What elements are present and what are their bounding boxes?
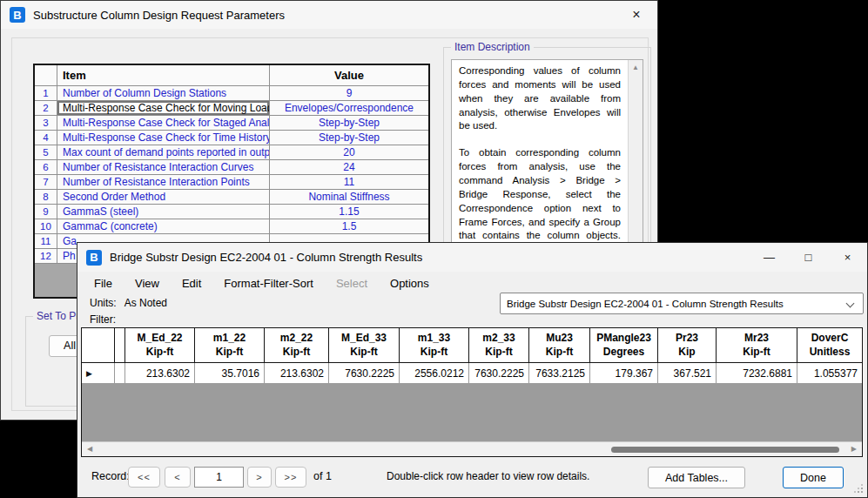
results-title: Bridge Substr Design EC2-2004 01 - Colum… bbox=[110, 251, 422, 264]
value-cell[interactable]: Nominal Stiffness bbox=[270, 190, 428, 204]
grid-cell[interactable]: 213.6302 bbox=[125, 363, 195, 383]
app-icon: B bbox=[10, 7, 25, 23]
column-unit: Degrees bbox=[603, 346, 644, 360]
grid-data-row: ▶ 213.6302 35.7016 213.6302 7630.2225 25… bbox=[82, 363, 862, 383]
value-cell[interactable]: 20 bbox=[270, 145, 428, 159]
table-row: 6 Number of Resistance Interaction Curve… bbox=[35, 159, 428, 174]
value-cell[interactable]: Step-by-Step bbox=[270, 131, 428, 145]
table-row: 7 Number of Resistance Interaction Point… bbox=[35, 174, 428, 189]
row-number[interactable]: 5 bbox=[35, 145, 57, 159]
value-cell[interactable]: 1.5 bbox=[270, 219, 428, 233]
menu-edit[interactable]: Edit bbox=[171, 277, 212, 290]
column-header[interactable]: PMangle23 Degrees bbox=[590, 328, 658, 362]
resize-grip-icon[interactable] bbox=[861, 491, 863, 493]
table-row: 3 Multi-Response Case Check for Staged A… bbox=[35, 115, 428, 130]
table-row: 4 Multi-Response Case Check for Time His… bbox=[35, 130, 428, 145]
next-record-button[interactable]: > bbox=[247, 467, 272, 488]
row-number[interactable]: 10 bbox=[35, 219, 57, 233]
column-unit: Kip-ft bbox=[350, 346, 377, 360]
record-number-input[interactable] bbox=[194, 467, 244, 488]
column-unit: Kip-ft bbox=[283, 346, 310, 360]
close-icon[interactable]: × bbox=[828, 243, 867, 272]
column-header[interactable]: Mu23 Kip-ft bbox=[529, 328, 590, 362]
column-name: Mu23 bbox=[546, 332, 573, 346]
item-cell[interactable]: Second Order Method bbox=[57, 190, 270, 204]
grid-cell[interactable]: 213.6302 bbox=[265, 363, 329, 383]
menu-options[interactable]: Options bbox=[379, 277, 441, 290]
table-header-row: Item Value bbox=[35, 65, 428, 85]
scroll-right-icon[interactable]: ▶ bbox=[851, 445, 857, 453]
menu-view[interactable]: View bbox=[124, 277, 171, 290]
column-header[interactable]: Pr23 Kip bbox=[658, 328, 717, 362]
horizontal-scrollbar[interactable]: ◀ ▶ bbox=[82, 441, 862, 456]
item-cell[interactable]: Max count of demand points reported in o… bbox=[57, 145, 270, 159]
grid-cell[interactable]: 7633.2125 bbox=[529, 363, 590, 383]
column-unit: Kip-ft bbox=[421, 346, 447, 360]
value-cell[interactable]: Step-by-Step bbox=[270, 116, 428, 130]
value-cell[interactable]: 1.15 bbox=[270, 205, 428, 219]
column-name: m1_33 bbox=[418, 332, 450, 346]
row-number[interactable]: 7 bbox=[35, 175, 57, 189]
row-number[interactable]: 11 bbox=[35, 234, 57, 248]
row-selector-icon[interactable]: ▶ bbox=[82, 363, 115, 383]
close-icon[interactable]: × bbox=[626, 5, 647, 24]
grid-cell[interactable]: 7630.2225 bbox=[469, 363, 529, 383]
column-header[interactable]: DoverC Unitless bbox=[797, 328, 862, 362]
item-cell[interactable]: Number of Resistance Interaction Points bbox=[57, 175, 270, 189]
column-name: m1_22 bbox=[213, 332, 246, 346]
value-column-header: Value bbox=[270, 65, 428, 85]
value-cell[interactable]: Envelopes/Correspondence bbox=[270, 101, 428, 115]
column-header[interactable]: Mr23 Kip-ft bbox=[717, 328, 797, 362]
minimize-icon[interactable]: — bbox=[750, 243, 789, 272]
value-cell[interactable]: 24 bbox=[270, 160, 428, 174]
maximize-icon[interactable]: □ bbox=[789, 243, 828, 272]
first-record-button[interactable]: << bbox=[128, 467, 160, 488]
blank-cell bbox=[115, 363, 125, 383]
column-header[interactable]: m1_22 Kip-ft bbox=[195, 328, 265, 362]
blank-column-header bbox=[115, 328, 125, 362]
column-header[interactable]: m2_22 Kip-ft bbox=[265, 328, 329, 362]
column-name: m2_22 bbox=[280, 332, 313, 346]
grid-cell[interactable]: 179.367 bbox=[590, 363, 658, 383]
grid-cell[interactable]: 35.7016 bbox=[195, 363, 265, 383]
item-cell[interactable]: Number of Column Design Stations bbox=[57, 86, 270, 100]
item-cell[interactable]: Number of Resistance Interaction Curves bbox=[57, 160, 270, 174]
previous-record-button[interactable]: < bbox=[165, 467, 191, 488]
grid-cell[interactable]: 1.055377 bbox=[797, 363, 862, 383]
row-number[interactable]: 2 bbox=[35, 101, 57, 115]
item-cell[interactable]: Multi-Response Case Check for Staged Ana… bbox=[57, 116, 270, 130]
table-select-dropdown[interactable]: Bridge Substr Design EC2-2004 01 - Colum… bbox=[500, 293, 864, 314]
grid-cell[interactable]: 7232.6881 bbox=[717, 363, 797, 383]
row-number[interactable]: 4 bbox=[35, 131, 57, 145]
row-number[interactable]: 12 bbox=[35, 249, 57, 263]
table-row: 8 Second Order Method Nominal Stiffness bbox=[35, 189, 428, 204]
row-number[interactable]: 3 bbox=[35, 116, 57, 130]
value-cell[interactable]: 9 bbox=[270, 86, 428, 100]
column-header[interactable]: m2_33 Kip-ft bbox=[469, 328, 529, 362]
scrollbar-thumb[interactable] bbox=[611, 447, 839, 453]
column-unit: Kip-ft bbox=[743, 346, 770, 360]
menu-file[interactable]: File bbox=[83, 277, 124, 290]
grid-cell[interactable]: 2556.0212 bbox=[400, 363, 469, 383]
add-tables-button[interactable]: Add Tables... bbox=[648, 467, 745, 488]
grid-cell[interactable]: 367.521 bbox=[658, 363, 717, 383]
scroll-up-icon[interactable]: ▲ bbox=[629, 64, 643, 71]
last-record-button[interactable]: >> bbox=[275, 467, 306, 488]
value-cell[interactable]: 11 bbox=[270, 175, 428, 189]
row-number[interactable]: 6 bbox=[35, 160, 57, 174]
item-cell[interactable]: GammaS (steel) bbox=[57, 205, 270, 219]
column-header[interactable]: M_Ed_22 Kip-ft bbox=[125, 328, 195, 362]
done-button[interactable]: Done bbox=[783, 467, 844, 488]
column-name: Mr23 bbox=[744, 332, 769, 346]
row-number[interactable]: 9 bbox=[35, 205, 57, 219]
item-cell[interactable]: Multi-Response Case Check for Time Histo… bbox=[57, 131, 270, 145]
grid-cell[interactable]: 7630.2225 bbox=[329, 363, 400, 383]
scroll-left-icon[interactable]: ◀ bbox=[87, 445, 92, 453]
item-cell-selected[interactable]: Multi-Response Case Check for Moving Loa… bbox=[57, 101, 270, 115]
row-number[interactable]: 8 bbox=[35, 190, 57, 204]
item-cell[interactable]: GammaC (concrete) bbox=[57, 219, 270, 233]
row-number[interactable]: 1 bbox=[35, 86, 57, 100]
column-header[interactable]: M_Ed_33 Kip-ft bbox=[329, 328, 400, 362]
menu-format-filter-sort[interactable]: Format-Filter-Sort bbox=[212, 277, 325, 290]
column-header[interactable]: m1_33 Kip-ft bbox=[400, 328, 469, 362]
